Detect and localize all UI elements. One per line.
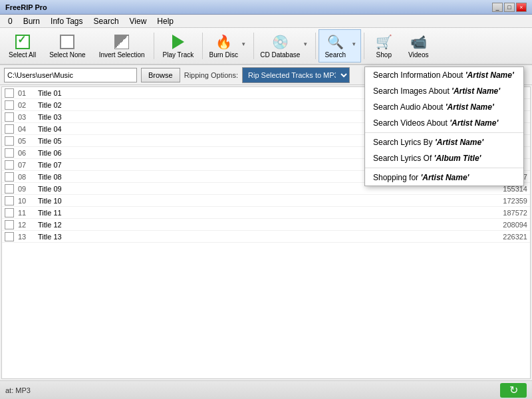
search-dropdown: Search Information About 'Artist Name'Se… [364, 66, 524, 186]
burn-icon: 🔥 [215, 34, 232, 50]
rip-icon: ↻ [509, 384, 518, 396]
dropdown-item-search-lyrics-by[interactable]: Search Lyrics By 'Artist Name' [365, 134, 523, 150]
shop-label: Shop [376, 51, 392, 59]
select-all-label: Select All [9, 51, 36, 59]
track-number: 08 [18, 173, 38, 181]
track-title: Title 13 [38, 233, 481, 241]
cd-arrow[interactable]: ▼ [301, 41, 309, 51]
track-title: Title 12 [38, 221, 481, 229]
track-number: 03 [18, 113, 38, 121]
minimize-button[interactable]: _ [492, 3, 503, 12]
status-bar: at: MP3 ↻ [0, 380, 532, 399]
dropdown-item-search-images[interactable]: Search Images About 'Artist Name' [365, 83, 523, 99]
invert-selection-button[interactable]: Invert Selection [93, 29, 151, 63]
videos-button[interactable]: 📹 Videos [402, 29, 435, 63]
path-input[interactable] [4, 68, 137, 82]
track-size: 187572 [481, 209, 527, 217]
dropdown-item-search-info[interactable]: Search Information About 'Artist Name' [365, 67, 523, 83]
track-number: 11 [18, 209, 38, 217]
select-none-label: Select None [49, 51, 85, 59]
track-checkbox[interactable] [5, 172, 14, 182]
track-row[interactable]: 12Title 12208094 [2, 219, 530, 231]
menu-item-infotags[interactable]: Info Tags [45, 15, 88, 27]
play-track-button[interactable]: Play Track [157, 29, 200, 63]
track-row[interactable]: 10Title 10172359 [2, 195, 530, 207]
close-button[interactable]: × [516, 3, 527, 12]
menu-item-help[interactable]: Help [152, 15, 179, 27]
track-number: 05 [18, 137, 38, 145]
dropdown-item-search-audio[interactable]: Search Audio About 'Artist Name' [365, 99, 523, 115]
track-checkbox[interactable] [5, 148, 14, 158]
ripping-options-label: Ripping Options: [184, 71, 238, 79]
track-number: 12 [18, 221, 38, 229]
track-checkbox[interactable] [5, 136, 14, 146]
browse-button[interactable]: Browse [141, 68, 180, 82]
cd-icon: 💿 [272, 34, 289, 50]
separator-3 [253, 33, 254, 59]
separator-2 [202, 33, 203, 59]
track-checkbox[interactable] [5, 232, 14, 241]
shop-button[interactable]: 🛒 Shop [367, 29, 400, 63]
separator-1 [154, 33, 154, 59]
separator-4 [315, 33, 316, 59]
track-number: 04 [18, 125, 38, 133]
shop-icon: 🛒 [376, 34, 392, 50]
track-number: 06 [18, 149, 38, 157]
menu-item-view[interactable]: View [124, 15, 152, 27]
search-label: Search [325, 51, 346, 59]
videos-label: Videos [408, 51, 428, 59]
cd-database-button[interactable]: 💿 CD Database ▼ [257, 29, 313, 63]
ripping-select-container[interactable]: Rip Selected Tracks to MP3 [242, 67, 350, 83]
track-checkbox[interactable] [5, 100, 14, 110]
track-number: 10 [18, 197, 38, 205]
toolbar: Select All Select None Invert Selection … [0, 28, 532, 65]
track-checkbox[interactable] [5, 196, 14, 205]
format-status: at: MP3 [5, 386, 31, 394]
dropdown-separator [365, 168, 523, 168]
track-number: 13 [18, 233, 38, 241]
app-title: FreeRIP Pro [5, 3, 492, 11]
play-track-label: Play Track [163, 51, 194, 59]
title-bar: FreeRIP Pro _ □ × [0, 0, 532, 15]
maximize-button[interactable]: □ [504, 3, 515, 12]
invert-selection-icon [114, 34, 130, 50]
burn-arrow[interactable]: ▼ [239, 41, 247, 51]
track-checkbox[interactable] [5, 112, 14, 122]
track-title: Title 10 [38, 197, 481, 205]
track-number: 02 [18, 101, 38, 109]
select-all-button[interactable]: Select All [3, 29, 42, 63]
track-checkbox[interactable] [5, 184, 14, 194]
search-icon: 🔍 [327, 34, 344, 50]
track-checkbox[interactable] [5, 160, 14, 170]
track-size: 172359 [481, 197, 527, 205]
track-size: 226321 [481, 233, 527, 241]
menu-item-0[interactable]: 0 [3, 15, 18, 27]
menu-item-search[interactable]: Search [88, 15, 124, 27]
play-icon [170, 34, 186, 50]
select-all-icon [15, 34, 31, 50]
separator-5 [364, 33, 364, 59]
track-checkbox[interactable] [5, 124, 14, 134]
select-none-button[interactable]: Select None [43, 29, 91, 63]
track-title: Title 11 [38, 209, 481, 217]
track-checkbox[interactable] [5, 88, 14, 98]
videos-icon: 📹 [410, 34, 427, 50]
menu-item-burn[interactable]: Burn [18, 15, 45, 27]
window-controls[interactable]: _ □ × [492, 3, 527, 12]
dropdown-item-search-lyrics-of[interactable]: Search Lyrics Of 'Album Title' [365, 150, 523, 166]
track-checkbox[interactable] [5, 208, 14, 217]
track-size: 208094 [481, 221, 527, 229]
menu-bar: 0 Burn Info Tags Search View Help [0, 15, 532, 28]
burn-disc-button[interactable]: 🔥 Burn Disc ▼ [205, 29, 251, 63]
track-row[interactable]: 11Title 11187572 [2, 207, 530, 219]
rip-button[interactable]: ↻ [500, 383, 527, 398]
ripping-select[interactable]: Rip Selected Tracks to MP3 [243, 68, 349, 82]
track-number: 07 [18, 161, 38, 169]
track-checkbox[interactable] [5, 220, 14, 229]
dropdown-separator [365, 132, 523, 133]
search-arrow[interactable]: ▼ [350, 41, 358, 51]
track-row[interactable]: 13Title 13226321 [2, 231, 530, 243]
search-button[interactable]: 🔍 Search ▼ [319, 29, 361, 63]
dropdown-item-shopping[interactable]: Shopping for 'Artist Name' [365, 170, 523, 186]
dropdown-item-search-videos-item[interactable]: Search Videos About 'Artist Name' [365, 115, 523, 131]
